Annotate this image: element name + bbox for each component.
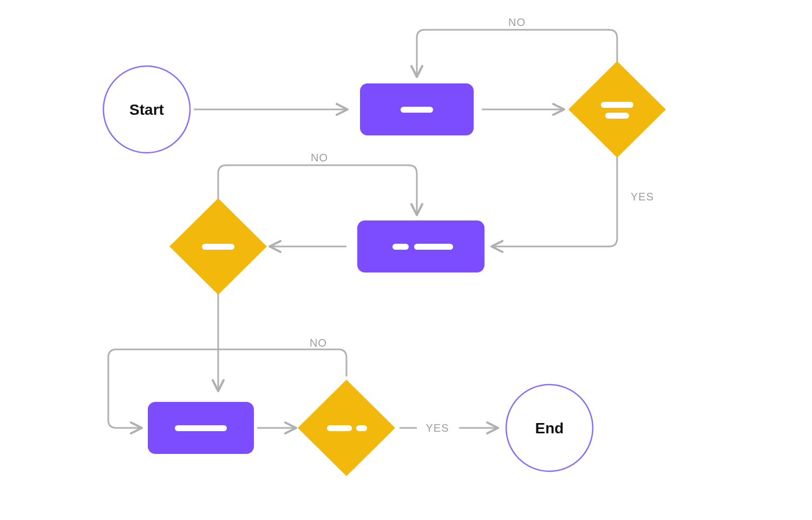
svg-rect-2: [401, 107, 433, 113]
edge-d1-no-to-p1: [417, 30, 617, 76]
node-start-label: Start: [129, 101, 164, 118]
node-decision-1: [568, 61, 666, 158]
svg-rect-11: [327, 425, 352, 431]
edge-label-d3-yes: YES: [425, 422, 449, 434]
edge-d2-no-to-p2: [218, 165, 417, 214]
node-decision-2: [169, 198, 267, 295]
svg-rect-4: [605, 113, 629, 119]
svg-rect-7: [414, 244, 453, 250]
node-process-2: [357, 220, 484, 272]
node-end: End: [506, 385, 593, 471]
svg-rect-6: [392, 244, 409, 250]
edge-label-d1-no: NO: [508, 16, 526, 28]
edge-label-d3-no: NO: [310, 337, 327, 349]
node-end-label: End: [535, 420, 564, 437]
svg-rect-12: [356, 425, 367, 431]
node-decision-3: [298, 380, 395, 476]
edge-d1-yes-to-p2: [493, 154, 617, 246]
flowchart-diagram: NO YES NO NO YES Start: [0, 0, 812, 520]
edge-label-d2-no: NO: [311, 152, 328, 164]
node-process-1: [360, 83, 474, 135]
svg-rect-3: [601, 102, 633, 108]
edge-label-d1-yes: YES: [631, 191, 654, 203]
node-process-3: [148, 402, 254, 454]
svg-rect-8: [202, 244, 234, 250]
svg-rect-10: [175, 425, 227, 431]
node-start: Start: [103, 66, 190, 153]
